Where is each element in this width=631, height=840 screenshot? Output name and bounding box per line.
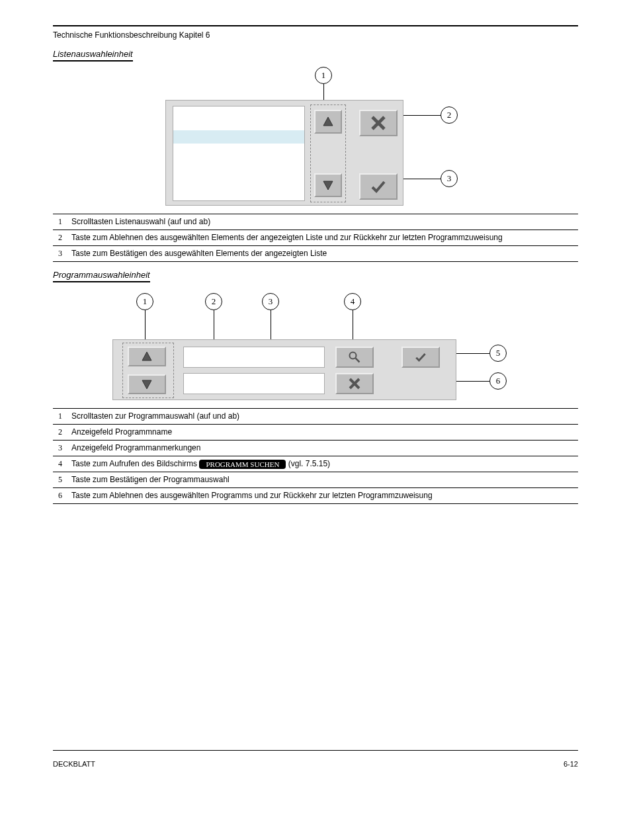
triangle-up-icon [140,350,153,363]
table-row: 2 Taste zum Ablehnen des ausgewählten El… [53,230,578,246]
svg-line-7 [356,358,360,362]
chapter-line: Technische Funktionsbeschreibung Kapitel… [53,30,578,40]
row4-pre: Taste zum Aufrufen des Bildschirms [71,459,199,468]
callout-2: 2 [441,106,458,124]
row-txt: Anzeigefeld Programmname [67,425,578,441]
svg-marker-4 [142,352,151,360]
svg-marker-5 [142,380,151,389]
callout-3-lead [398,179,441,179]
check-icon [370,178,387,195]
triangle-down-icon [140,378,153,391]
program-search-badge: PROGRAMM SUCHEN [199,460,286,469]
callout-5: 5 [489,345,507,362]
figure-1: 1 2 3 [165,67,470,212]
triangle-down-icon [321,179,335,192]
section-heading-1: Listenauswahleinheit [53,49,133,62]
row-num: 6 [53,488,67,504]
table-row: 4 Taste zum Aufrufen des Bildschirms PRO… [53,456,578,472]
program-select-panel [112,339,456,400]
row-num: 3 [53,246,67,262]
footer-right: 6-12 [564,760,578,768]
callout-2-label: 2 [441,106,458,124]
program-name-field[interactable] [183,347,325,368]
x-icon [348,377,361,390]
callout-2: 2 [205,293,222,310]
callout-2-lead [398,115,441,116]
callout-3: 3 [262,293,279,310]
row-num: 2 [53,230,67,246]
top-divider [53,25,578,26]
callout-1: 1 [315,67,332,84]
row4-post: (vgl. 7.5.15) [288,459,330,468]
row-txt: Scrolltasten Listenauswahl (auf und ab) [67,214,578,230]
footer-left: DECKBLATT [53,760,95,768]
figure-2: 1 2 3 4 5 6 [112,288,536,407]
table-row: 1 Scrolltasten zur Programmauswahl (auf … [53,409,578,425]
callout-1: 1 [136,293,153,310]
svg-marker-0 [323,117,333,126]
magnifier-icon [348,351,361,364]
row-num: 1 [53,409,67,425]
confirm-button[interactable] [401,347,440,368]
body-whitespace [53,504,578,749]
callout-1-lead [145,310,146,341]
callout-1-label: 1 [315,67,332,84]
list-select-panel [165,100,403,206]
check-icon [414,351,427,364]
triangle-up-icon [321,115,335,128]
svg-marker-1 [323,181,333,190]
row-txt: Taste zum Ablehnen des ausgewählten Elem… [67,230,578,246]
callout-4: 4 [344,293,361,310]
table-row: 1 Scrolltasten Listenauswahl (auf und ab… [53,214,578,230]
row-txt: Taste zum Ablehnen des ausgewählten Prog… [67,488,578,504]
x-icon [370,114,387,132]
callout-3-label: 3 [441,170,458,187]
row-num: 4 [53,456,67,472]
scroll-up-button[interactable] [314,110,342,134]
callout-3-label: 3 [262,293,279,310]
scroll-up-button[interactable] [128,347,166,366]
row-num: 1 [53,214,67,230]
bottom-divider [53,750,578,751]
footer: DECKBLATT 6-12 [53,760,578,768]
callout-3: 3 [441,170,458,187]
reject-button[interactable] [335,373,374,394]
confirm-button[interactable] [359,173,398,200]
table-row: 3 Taste zum Bestätigen des ausgewählten … [53,246,578,262]
list-selection-highlight [173,130,304,144]
row-num: 3 [53,441,67,456]
table-row: 3 Anzeigefeld Programmanmerkungen [53,441,578,456]
table-row: 5 Taste zum Bestätigen der Programmauswa… [53,472,578,488]
callout-2-label: 2 [205,293,222,310]
table-row: 6 Taste zum Ablehnen des ausgewählten Pr… [53,488,578,504]
callout-5-label: 5 [489,345,507,362]
row-num: 5 [53,472,67,488]
svg-point-6 [350,353,357,359]
row-txt: Taste zum Aufrufen des Bildschirms PROGR… [67,456,578,472]
program-notes-field[interactable] [183,373,325,394]
row-txt: Anzeigefeld Programmanmerkungen [67,441,578,456]
scroll-down-button[interactable] [128,374,166,394]
table-row: 2 Anzeigefeld Programmname [53,425,578,441]
figure-2-description-table: 1 Scrolltasten zur Programmauswahl (auf … [53,408,578,504]
row-txt: Taste zum Bestätigen des ausgewählten El… [67,246,578,262]
row-num: 2 [53,425,67,441]
callout-6: 6 [489,372,507,390]
callout-6-label: 6 [489,372,507,390]
search-button[interactable] [335,347,374,368]
section-heading-2: Programmauswahleinheit [53,270,150,282]
row-txt: Scrolltasten zur Programmauswahl (auf un… [67,409,578,425]
list-box[interactable] [173,106,305,201]
reject-button[interactable] [359,110,398,136]
scroll-down-button[interactable] [314,173,342,197]
callout-4-label: 4 [344,293,361,310]
figure-1-description-table: 1 Scrolltasten Listenauswahl (auf und ab… [53,214,578,262]
callout-1-label: 1 [136,293,153,310]
row-txt: Taste zum Bestätigen der Programmauswahl [67,472,578,488]
